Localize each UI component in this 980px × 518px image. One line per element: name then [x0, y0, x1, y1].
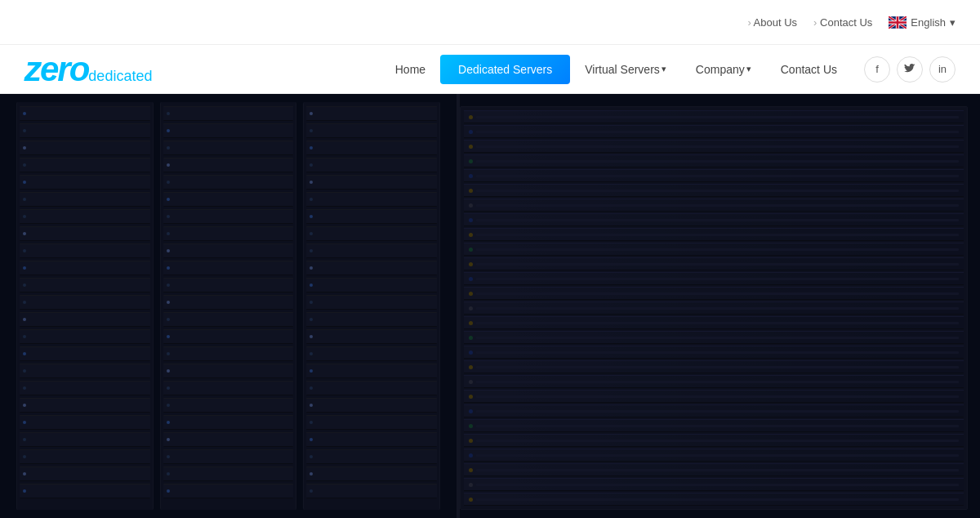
- logo-dedicated: dedicated: [88, 68, 152, 85]
- logo-zero: zero: [24, 50, 88, 89]
- language-selector[interactable]: English ▾: [889, 16, 956, 29]
- flag-uk-icon: [889, 16, 906, 29]
- nav-dedicated-servers[interactable]: Dedicated Servers: [440, 55, 570, 84]
- language-label: English: [911, 16, 946, 29]
- language-arrow: ▾: [950, 16, 956, 29]
- hero-section: [0, 94, 980, 518]
- top-bar: About Us Contact Us English ▾: [0, 0, 980, 45]
- social-icons: f in: [864, 56, 956, 83]
- topbar-contact-link[interactable]: Contact Us: [813, 16, 872, 29]
- facebook-icon[interactable]: f: [864, 56, 890, 83]
- linkedin-icon[interactable]: in: [929, 56, 956, 83]
- nav-contact[interactable]: Contact Us: [766, 56, 852, 83]
- twitter-icon[interactable]: [897, 56, 923, 83]
- nav-virtual-servers[interactable]: Virtual Servers: [570, 56, 681, 83]
- logo[interactable]: zero dedicated: [24, 50, 152, 89]
- nav-home[interactable]: Home: [381, 56, 440, 83]
- nav-company[interactable]: Company: [681, 56, 766, 83]
- nav-links: Home Dedicated Servers Virtual Servers C…: [381, 55, 852, 84]
- topbar-about-link[interactable]: About Us: [747, 16, 797, 29]
- twitter-bird: [904, 64, 915, 75]
- main-nav: zero dedicated Home Dedicated Servers Vi…: [0, 45, 980, 94]
- hero-overlay: [0, 94, 980, 518]
